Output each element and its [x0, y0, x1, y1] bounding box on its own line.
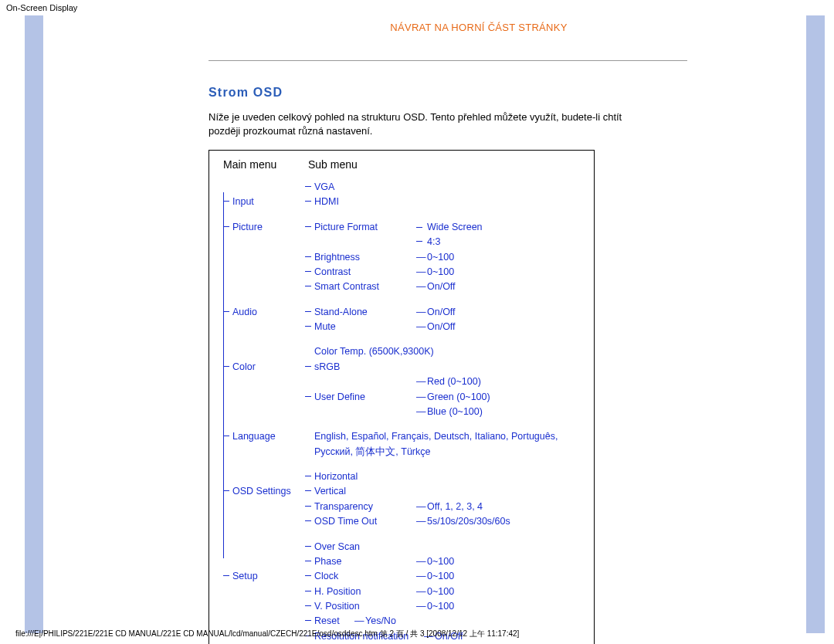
main-setup: Setup — [223, 569, 303, 584]
sub-color-temp: Color Temp. (6500K,9300K) — [303, 344, 504, 359]
main-audio: Audio — [223, 305, 303, 320]
sub-clock: Clock — [303, 569, 419, 584]
sub-hdmi: HDMI — [303, 195, 419, 209]
val-reset: Yes/No — [358, 614, 585, 629]
main-input: Input — [223, 195, 303, 209]
main-picture: Picture — [223, 220, 303, 235]
sub-user-define: User Define — [303, 390, 419, 405]
col-sub-menu: Sub menu — [308, 158, 358, 171]
osd-tree-box: Main menu Sub menu . VGA Input HDMI Pict… — [208, 150, 595, 644]
val-h-position: 0~100 — [419, 585, 585, 599]
val-brightness: 0~100 — [419, 250, 585, 265]
sub-reset: Reset — [303, 614, 358, 629]
sub-lang-list-1: English, Español, Français, Deutsch, Ita… — [303, 429, 558, 444]
sub-overscan: Over Scan — [303, 540, 419, 554]
val-phase: 0~100 — [419, 554, 585, 569]
val-red: Red (0~100) — [419, 375, 585, 389]
sub-vertical: Vertical — [303, 484, 419, 499]
val-mute: On/Off — [419, 320, 585, 334]
sub-v-position: V. Position — [303, 599, 419, 614]
sub-lang-list-2: Русский, 简体中文, Türkçe — [303, 445, 558, 459]
sub-picture-format: Picture Format — [303, 220, 419, 235]
val-osd-timeout: 5s/10s/20s/30s/60s — [419, 514, 585, 529]
main-osd-settings: OSD Settings — [223, 484, 303, 499]
rule — [208, 60, 687, 61]
main-language: Language — [223, 429, 303, 444]
intro-text: Níže je uveden celkový pohled na struktu… — [208, 110, 641, 137]
val-green: Green (0~100) — [419, 390, 585, 405]
footer-path: file:///E|/PHILIPS/221E/221E CD MANUAL/2… — [15, 629, 519, 639]
col-main-menu: Main menu — [223, 158, 308, 171]
left-stripe — [25, 15, 43, 633]
section-title: Strom OSD — [208, 86, 749, 100]
sub-osd-timeout: OSD Time Out — [303, 514, 419, 529]
val-transparency: Off, 1, 2, 3, 4 — [419, 500, 585, 514]
val-contrast: 0~100 — [419, 265, 585, 280]
val-wide-screen: Wide Screen 4:3 — [419, 220, 585, 250]
sub-mute: Mute — [303, 320, 419, 334]
page-header: On-Screen Display — [0, 0, 834, 12]
sub-vga: VGA — [303, 180, 419, 195]
sub-stand-alone: Stand-Alone — [303, 305, 419, 320]
right-stripe — [806, 15, 825, 633]
sub-transparency: Transparency — [303, 500, 419, 514]
sub-contrast: Contrast — [303, 265, 419, 280]
val-smart-contrast: On/Off — [419, 280, 585, 294]
main-color: Color — [223, 360, 303, 375]
sub-brightness: Brightness — [303, 250, 419, 265]
sub-srgb: sRGB — [303, 360, 419, 375]
sub-smart-contrast: Smart Contrast — [303, 280, 419, 294]
sub-horizontal: Horizontal — [303, 469, 419, 484]
val-v-position: 0~100 — [419, 599, 585, 614]
sub-phase: Phase — [303, 554, 419, 569]
back-to-top-link[interactable]: NÁVRAT NA HORNÍ ČÁST STRÁNKY — [390, 22, 567, 33]
val-clock: 0~100 — [419, 569, 585, 584]
val-stand-alone: On/Off — [419, 305, 585, 320]
val-blue: Blue (0~100) — [419, 405, 585, 419]
sub-h-position: H. Position — [303, 585, 419, 599]
